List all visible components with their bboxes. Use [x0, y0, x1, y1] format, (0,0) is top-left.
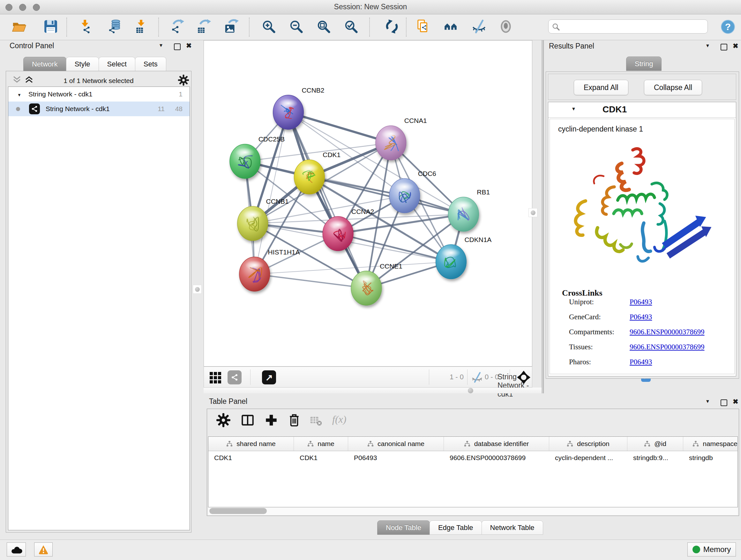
crosslink-value-pharos[interactable]: P06493: [630, 358, 652, 366]
network-node-rb1[interactable]: [448, 197, 479, 232]
import-network-icon[interactable]: [79, 19, 93, 34]
crosslink-value-compartments[interactable]: 9606.ENSP00000378699: [630, 328, 704, 336]
memory-button[interactable]: Memory: [687, 543, 736, 557]
table-horizontal-scrollbar[interactable]: [208, 507, 738, 515]
collection-expand-icon[interactable]: [17, 90, 21, 98]
tab-edge-table[interactable]: Edge Table: [429, 520, 482, 535]
warnings-button[interactable]: [34, 543, 53, 557]
control-splitter-grip[interactable]: [193, 285, 202, 294]
network-canvas[interactable]: CCNB2CCNA1CDC25BCDK1CDC6RB1CCNB1CCNA2CDK…: [204, 40, 532, 367]
column-header-database-identifier[interactable]: database identifier: [444, 437, 549, 451]
string-houses-icon[interactable]: [443, 19, 458, 34]
tab-select[interactable]: Select: [98, 57, 135, 71]
network-options-gear-icon[interactable]: [178, 74, 189, 86]
network-row[interactable]: String Network - cdk1 11 48: [8, 102, 190, 116]
tab-network[interactable]: Network: [23, 57, 66, 71]
network-from-pages-icon[interactable]: [416, 19, 430, 34]
function-builder-icon[interactable]: f(x): [332, 414, 346, 425]
network-collection-row[interactable]: String Network - cdk1 1: [8, 87, 190, 102]
network-node-hist1h1a[interactable]: [239, 257, 270, 292]
gene-section-header[interactable]: CDK1: [548, 102, 736, 118]
float-panel-icon[interactable]: [721, 44, 727, 51]
zoom-fit-icon[interactable]: [316, 19, 331, 34]
zoom-selected-icon[interactable]: [344, 19, 358, 34]
network-share-button[interactable]: [227, 370, 242, 384]
export-image-icon[interactable]: [224, 19, 239, 34]
zoom-out-icon[interactable]: [289, 19, 304, 34]
open-in-window-button[interactable]: ↗: [262, 370, 276, 384]
gene-expand-icon[interactable]: [571, 106, 576, 112]
canvas-splitter-grip[interactable]: [529, 208, 537, 217]
tab-style[interactable]: Style: [66, 57, 99, 71]
network-edge-hist1h1a-ccne1[interactable]: [255, 274, 366, 288]
collapse-panel-icon[interactable]: [705, 398, 710, 404]
collapse-panel-icon[interactable]: [158, 43, 163, 48]
crosslink-value-genecard[interactable]: P06493: [630, 313, 652, 321]
cloud-button[interactable]: [7, 543, 26, 557]
network-node-cdc6[interactable]: [389, 179, 420, 213]
refresh-icon[interactable]: [385, 19, 399, 34]
network-node-count: 11: [158, 105, 165, 113]
network-node-ccne1[interactable]: [351, 271, 382, 306]
float-panel-icon[interactable]: [721, 399, 727, 406]
network-edge-ccnb2-ccna1[interactable]: [288, 112, 391, 143]
delete-table-icon[interactable]: [310, 415, 322, 427]
search-input[interactable]: [562, 21, 704, 32]
help-icon[interactable]: ?: [721, 19, 735, 34]
hide-eye-slash-icon[interactable]: [472, 19, 486, 34]
show-columns-icon[interactable]: [240, 413, 255, 428]
column-header-canonical-name[interactable]: canonical name: [348, 437, 444, 451]
splitter-grip-dot[interactable]: [468, 388, 473, 393]
gene-description: cyclin-dependent kinase 1: [558, 125, 643, 133]
tab-sets[interactable]: Sets: [135, 57, 166, 71]
export-network-icon[interactable]: [170, 19, 185, 34]
table-options-gear-icon[interactable]: [216, 413, 231, 428]
close-panel-icon[interactable]: [186, 42, 192, 50]
tab-network-table[interactable]: Network Table: [482, 520, 543, 535]
network-edge-ccnb2-ccne1[interactable]: [288, 112, 366, 288]
close-panel-icon[interactable]: [733, 42, 738, 50]
import-database-icon[interactable]: [108, 19, 122, 34]
collapse-all-button[interactable]: Collapse All: [644, 80, 702, 95]
birdseye-grid-icon[interactable]: [209, 371, 222, 384]
delete-column-trash-icon[interactable]: [287, 413, 301, 428]
network-node-cdc25b[interactable]: [230, 144, 260, 179]
details-eye-icon[interactable]: [498, 19, 513, 34]
column-header-shared-name[interactable]: shared name: [208, 437, 294, 451]
zoom-in-icon[interactable]: [261, 19, 276, 34]
vertical-splitter[interactable]: [542, 40, 544, 393]
column-header-id[interactable]: @id: [627, 437, 683, 451]
horizontal-splitter[interactable]: [204, 388, 542, 393]
export-table-icon[interactable]: [197, 19, 211, 34]
column-header-description[interactable]: description: [549, 437, 627, 451]
network-node-ccnb2[interactable]: [273, 95, 304, 130]
save-session-icon[interactable]: [44, 19, 58, 34]
table-row[interactable]: CDK1CDK1P064939606.ENSP00000378699cyclin…: [208, 451, 738, 464]
column-tree-icon: [567, 441, 573, 447]
tab-node-table[interactable]: Node Table: [377, 520, 430, 535]
crosslink-value-tissues[interactable]: 9606.ENSP00000378699: [630, 343, 704, 351]
open-session-icon[interactable]: [12, 19, 26, 34]
column-header-name[interactable]: name: [294, 437, 348, 451]
network-node-cdkn1a[interactable]: [436, 245, 467, 279]
expand-all-button[interactable]: Expand All: [574, 80, 628, 95]
crosslink-value-uniprot[interactable]: P06493: [630, 298, 652, 306]
network-node-ccna2[interactable]: [323, 216, 353, 251]
tab-string[interactable]: String: [626, 57, 662, 71]
hidden-eye-slash-icon[interactable]: [471, 372, 483, 383]
column-header-namespace[interactable]: namespace: [683, 437, 738, 451]
results-panel: Results Panel String Expand All Collapse…: [544, 40, 741, 393]
network-node-ccna1[interactable]: [376, 125, 406, 160]
add-column-icon[interactable]: [264, 413, 279, 428]
node-gloss-highlight: [279, 99, 298, 108]
string-network-graph[interactable]: CCNB2CCNA1CDC25BCDK1CDC6RB1CCNB1CCNA2CDK…: [204, 41, 532, 366]
network-node-cdk1[interactable]: [294, 160, 325, 194]
search-box: [548, 19, 708, 34]
network-node-ccnb1[interactable]: [238, 206, 268, 241]
float-panel-icon[interactable]: [174, 44, 181, 50]
scrollbar-thumb[interactable]: [209, 508, 267, 514]
collapse-panel-icon[interactable]: [705, 43, 710, 49]
center-view-crosshair-icon[interactable]: [517, 370, 531, 384]
close-panel-icon[interactable]: [733, 398, 738, 406]
import-table-icon[interactable]: [135, 19, 150, 34]
